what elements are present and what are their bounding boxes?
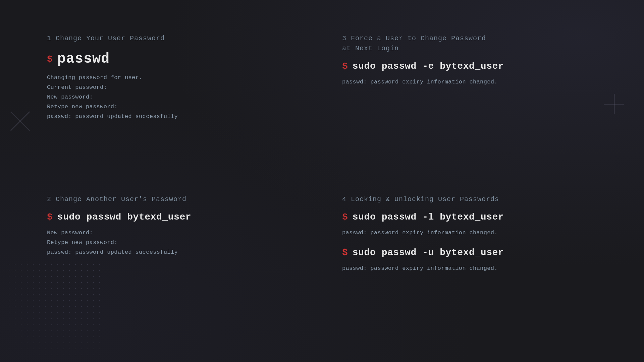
output-line: New password:: [47, 93, 302, 102]
panel-2-title: 2 Change Another User's Password: [47, 194, 302, 204]
output-line: passwd: password updated successfully: [47, 112, 302, 122]
panel-4-title-text: Locking & Unlocking User Passwords: [346, 195, 499, 203]
panel-2-command: $ sudo passwd bytexd_user: [47, 212, 302, 222]
panel-4-dollar-lock: $: [342, 212, 348, 222]
panel-3: 3 Force a User to Change Passwordat Next…: [322, 20, 617, 181]
content-grid: 1 Change Your User Password $ passwd Cha…: [0, 0, 644, 362]
panel-1-number: 1: [47, 35, 51, 42]
panel-4-title: 4 Locking & Unlocking User Passwords: [342, 194, 597, 204]
panel-3-command: $ sudo passwd -e bytexd_user: [342, 61, 597, 71]
panel-3-title: 3 Force a User to Change Passwordat Next…: [342, 34, 597, 54]
panel-4-dollar-unlock: $: [342, 247, 348, 258]
output-line: New password:: [47, 228, 302, 238]
output-line: Retype new password:: [47, 238, 302, 248]
panel-1-command: $ passwd: [47, 51, 302, 67]
panel-1-output: Changing password for user. Current pass…: [47, 73, 302, 121]
output-line: Retype new password:: [47, 102, 302, 112]
panel-3-title-text: Force a User to Change Passwordat Next L…: [342, 35, 486, 52]
panel-4-number: 4: [342, 195, 346, 203]
output-line: passwd: password expiry information chan…: [342, 228, 597, 238]
panel-3-cmd-text: sudo passwd -e bytexd_user: [353, 61, 504, 71]
output-line: passwd: password expiry information chan…: [342, 264, 597, 274]
panel-4-command-unlock: $ sudo passwd -u bytexd_user: [342, 247, 597, 258]
panel-2-dollar: $: [47, 212, 53, 222]
panel-1-title: 1 Change Your User Password: [47, 34, 302, 44]
panel-1-dollar: $: [47, 54, 53, 64]
output-line: passwd: password updated successfully: [47, 248, 302, 257]
panel-2-cmd-text: sudo passwd bytexd_user: [57, 212, 191, 222]
panel-3-number: 3: [342, 35, 346, 42]
panel-4-command-lock: $ sudo passwd -l bytexd_user: [342, 212, 597, 222]
panel-3-dollar: $: [342, 61, 348, 71]
panel-2-number: 2: [47, 195, 51, 203]
panel-1-cmd-text: passwd: [57, 51, 110, 67]
panel-2: 2 Change Another User's Password $ sudo …: [27, 181, 322, 342]
panel-4-output-lock: passwd: password expiry information chan…: [342, 228, 597, 238]
panel-3-output: passwd: password expiry information chan…: [342, 77, 597, 87]
panel-4-output-unlock: passwd: password expiry information chan…: [342, 264, 597, 274]
panel-1: 1 Change Your User Password $ passwd Cha…: [27, 20, 322, 181]
panel-1-title-text: Change Your User Password: [51, 35, 165, 42]
output-line: Changing password for user.: [47, 73, 302, 83]
panel-4-cmd-text-lock: sudo passwd -l bytexd_user: [353, 212, 504, 222]
panel-4-cmd-text-unlock: sudo passwd -u bytexd_user: [353, 247, 504, 258]
output-line: Current password:: [47, 83, 302, 93]
panel-2-title-text: Change Another User's Password: [51, 195, 186, 203]
panel-4: 4 Locking & Unlocking User Passwords $ s…: [322, 181, 617, 342]
panel-2-output: New password: Retype new password: passw…: [47, 228, 302, 257]
output-line: passwd: password expiry information chan…: [342, 77, 597, 87]
